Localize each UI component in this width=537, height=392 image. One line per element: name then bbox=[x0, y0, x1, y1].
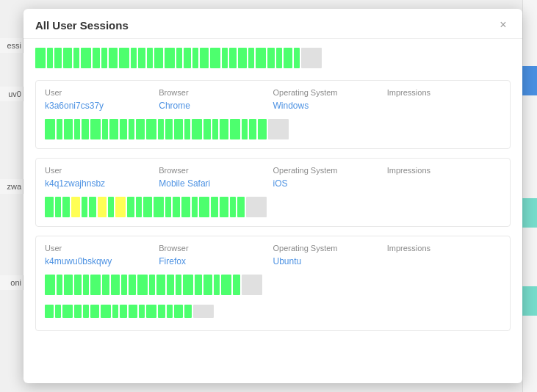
os-value-1[interactable]: Windows bbox=[273, 101, 309, 111]
bar bbox=[45, 197, 54, 217]
top-bar bbox=[119, 48, 129, 68]
session-col-os-1: Operating System Windows bbox=[273, 88, 387, 112]
session-col-browser-2: Browser Mobile Safari bbox=[159, 166, 273, 189]
bar bbox=[108, 197, 114, 217]
bar bbox=[120, 305, 127, 318]
browser-value-3[interactable]: Firefox bbox=[159, 256, 186, 266]
bar bbox=[74, 119, 80, 139]
top-bar bbox=[229, 48, 237, 68]
session-header-1: User k3a6oni7cs37y Browser Chrome Operat… bbox=[45, 88, 501, 112]
top-bar bbox=[210, 48, 220, 68]
session-col-user-1: User k3a6oni7cs37y bbox=[45, 88, 159, 112]
top-bar bbox=[267, 48, 275, 68]
session-card-1: User k3a6oni7cs37y Browser Chrome Operat… bbox=[35, 80, 511, 149]
session-col-browser-3: Browser Firefox bbox=[159, 244, 273, 267]
bar bbox=[192, 119, 202, 139]
bar bbox=[102, 119, 108, 139]
bar bbox=[45, 305, 54, 318]
bar bbox=[174, 305, 183, 318]
bar bbox=[55, 305, 61, 318]
close-button[interactable]: × bbox=[496, 18, 511, 32]
top-bar bbox=[47, 48, 53, 68]
os-value-2[interactable]: iOS bbox=[273, 178, 288, 189]
bar bbox=[156, 275, 165, 295]
bar bbox=[82, 197, 87, 217]
browser-label-2: Browser bbox=[159, 166, 273, 175]
browser-value-1[interactable]: Chrome bbox=[159, 101, 190, 111]
session-col-os-3: Operating System Ubuntu bbox=[273, 244, 387, 267]
top-bar bbox=[147, 48, 153, 68]
bar bbox=[174, 119, 183, 139]
bar bbox=[242, 119, 248, 139]
bar bbox=[112, 305, 118, 318]
modal: All User Sessions × bbox=[24, 9, 522, 383]
bar bbox=[184, 119, 190, 139]
user-value-3[interactable]: k4muwu0bskqwy bbox=[45, 256, 112, 266]
side-label-2: uv0 bbox=[0, 87, 24, 101]
bar bbox=[111, 275, 120, 295]
bar bbox=[167, 275, 174, 295]
bar-gray bbox=[268, 119, 289, 139]
top-bar bbox=[256, 48, 266, 68]
user-value-2[interactable]: k4q1zwajhnsbz bbox=[45, 178, 105, 189]
top-bar bbox=[222, 48, 228, 68]
session-header-3: User k4muwu0bskqwy Browser Firefox Opera… bbox=[45, 244, 501, 267]
bar-yellow bbox=[71, 197, 80, 217]
top-bar bbox=[165, 48, 175, 68]
side-label-3: zwa bbox=[0, 179, 24, 194]
bar bbox=[230, 197, 236, 217]
session-col-impressions-2: Impressions bbox=[387, 166, 501, 189]
bar bbox=[62, 305, 73, 318]
bar bbox=[149, 275, 155, 295]
bar bbox=[64, 119, 73, 139]
session-card-3: User k4muwu0bskqwy Browser Firefox Opera… bbox=[35, 236, 511, 331]
browser-value-2[interactable]: Mobile Safari bbox=[159, 178, 210, 189]
bar bbox=[129, 305, 137, 318]
modal-body: User k3a6oni7cs37y Browser Chrome Operat… bbox=[24, 39, 522, 383]
bar bbox=[129, 119, 134, 139]
bar-gray bbox=[246, 197, 267, 217]
session-bars-1 bbox=[45, 117, 501, 141]
modal-header: All User Sessions × bbox=[24, 9, 522, 39]
bar bbox=[233, 275, 240, 295]
impressions-label-3: Impressions bbox=[387, 244, 501, 253]
bar-gray bbox=[193, 305, 214, 318]
top-bar bbox=[238, 48, 247, 68]
bar bbox=[237, 197, 245, 217]
bar bbox=[212, 119, 218, 139]
bar bbox=[165, 119, 173, 139]
top-chart bbox=[35, 46, 511, 70]
bar bbox=[146, 119, 156, 139]
session-col-user-2: User k4q1zwajhnsbz bbox=[45, 166, 159, 189]
top-bar bbox=[294, 48, 300, 68]
right-accent-3 bbox=[522, 286, 537, 316]
bar bbox=[192, 197, 198, 217]
session-col-browser-1: Browser Chrome bbox=[159, 88, 273, 112]
bar bbox=[136, 197, 142, 217]
bar bbox=[82, 119, 89, 139]
bar bbox=[90, 119, 101, 139]
top-bar bbox=[276, 48, 282, 68]
top-bar bbox=[200, 48, 209, 68]
bar-yellow bbox=[115, 197, 126, 217]
top-bar bbox=[184, 48, 191, 68]
bar bbox=[203, 275, 212, 295]
bar bbox=[214, 275, 220, 295]
top-bar bbox=[93, 48, 100, 68]
user-label-3: User bbox=[45, 244, 159, 253]
bar-gray bbox=[242, 275, 262, 295]
bar bbox=[249, 119, 256, 139]
user-label-1: User bbox=[45, 88, 159, 97]
top-bar bbox=[73, 48, 79, 68]
bar bbox=[220, 119, 228, 139]
bar bbox=[83, 275, 89, 295]
bar bbox=[62, 197, 70, 217]
bar bbox=[83, 305, 89, 318]
top-bar bbox=[54, 48, 62, 68]
bar bbox=[74, 275, 82, 295]
user-value-1[interactable]: k3a6oni7cs37y bbox=[45, 101, 104, 111]
os-label-2: Operating System bbox=[273, 166, 387, 175]
bar bbox=[195, 275, 202, 295]
bar bbox=[258, 119, 267, 139]
os-value-3[interactable]: Ubuntu bbox=[273, 256, 302, 266]
